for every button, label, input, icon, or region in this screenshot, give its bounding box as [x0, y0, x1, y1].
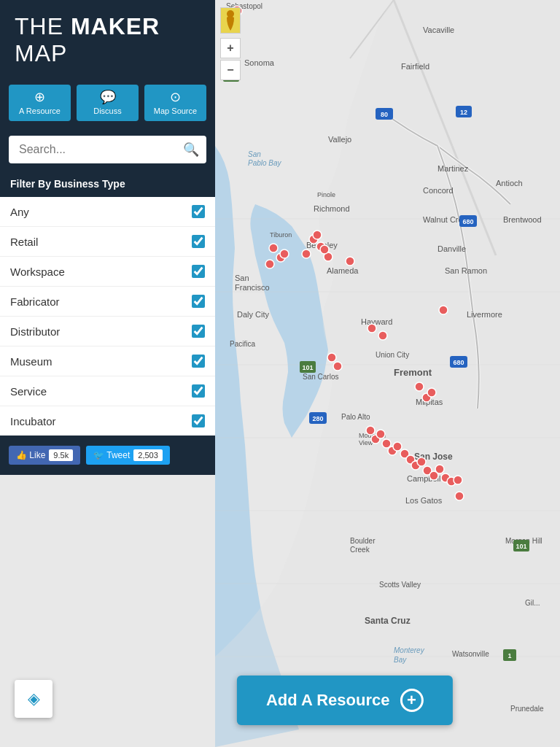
- svg-text:1: 1: [508, 652, 511, 659]
- filter-fabricator-checkbox[interactable]: [192, 295, 205, 308]
- svg-text:Pinole: Pinole: [317, 191, 335, 198]
- filter-workspace-label: Workspace: [10, 266, 65, 278]
- svg-text:Hayward: Hayward: [361, 317, 392, 326]
- filter-distributor-checkbox[interactable]: [192, 325, 205, 338]
- svg-text:Brentwood: Brentwood: [503, 215, 542, 224]
- add-resource-label: A Resource: [19, 107, 61, 115]
- svg-point-99: [393, 442, 402, 451]
- svg-text:San: San: [235, 274, 249, 282]
- svg-text:Danville: Danville: [438, 244, 466, 253]
- zoom-in-button[interactable]: +: [220, 38, 241, 58]
- filter-any-label: Any: [10, 206, 29, 218]
- filter-workspace[interactable]: Workspace: [0, 257, 215, 287]
- svg-text:Concord: Concord: [423, 186, 454, 195]
- svg-text:680: 680: [462, 218, 473, 225]
- filter-museum-label: Museum: [10, 355, 52, 368]
- logo-prefix: THE: [15, 13, 71, 39]
- svg-point-106: [435, 465, 444, 473]
- filter-distributor-label: Distributor: [10, 325, 60, 338]
- zoom-out-button[interactable]: −: [220, 60, 241, 80]
- add-resource-main-button[interactable]: Add A Resource +: [237, 676, 453, 725]
- filter-header: Filter By Business Type: [0, 171, 215, 197]
- svg-point-109: [454, 476, 462, 484]
- svg-point-82: [320, 245, 329, 254]
- svg-text:Antioch: Antioch: [496, 179, 523, 187]
- svg-text:Santa Cruz: Santa Cruz: [365, 616, 411, 626]
- svg-text:Fremont: Fremont: [394, 367, 432, 378]
- search-button[interactable]: 🔍: [183, 142, 199, 158]
- add-resource-button[interactable]: ⊕ A Resource: [9, 85, 71, 121]
- tweet-button[interactable]: 🐦 Tweet 2,503: [86, 446, 170, 465]
- street-view-icon[interactable]: [220, 7, 241, 34]
- like-button[interactable]: 👍 Like 9.5k: [9, 446, 80, 465]
- svg-text:Sonoma: Sonoma: [244, 58, 275, 67]
- logo-area: THE MAKER MAP: [0, 0, 215, 77]
- logo-bold: MAKER: [71, 13, 160, 39]
- svg-text:San: San: [248, 150, 261, 158]
- filter-any-checkbox[interactable]: [192, 205, 205, 218]
- svg-point-94: [366, 426, 375, 435]
- search-input[interactable]: [9, 136, 206, 163]
- add-resource-main-label: Add A Resource: [266, 691, 390, 710]
- svg-text:Pacifica: Pacifica: [230, 340, 255, 348]
- filter-fabricator-label: Fabricator: [10, 295, 60, 308]
- svg-text:Prunedale: Prunedale: [510, 705, 544, 713]
- svg-text:Alameda: Alameda: [327, 266, 359, 275]
- search-wrapper: 🔍: [9, 136, 206, 163]
- svg-text:Monterey: Monterey: [394, 646, 425, 654]
- svg-text:Martinez: Martinez: [438, 164, 469, 173]
- svg-text:Daly City: Daly City: [237, 310, 270, 319]
- svg-point-86: [368, 324, 376, 333]
- svg-text:San Carlos: San Carlos: [303, 373, 338, 381]
- svg-point-96: [376, 430, 385, 438]
- filter-service-checkbox[interactable]: [192, 384, 205, 398]
- search-icon: 🔍: [183, 142, 199, 157]
- filter-fabricator[interactable]: Fabricator: [0, 287, 215, 317]
- sidebar: THE MAKER MAP ⊕ A Resource 💬 Discuss ⊙ M…: [0, 0, 215, 475]
- svg-text:Union City: Union City: [376, 351, 409, 359]
- discuss-icon: 💬: [100, 90, 116, 104]
- svg-text:12: 12: [460, 109, 467, 116]
- filter-section: Filter By Business Type Any Retail Works…: [0, 171, 215, 436]
- add-resource-plus-icon: +: [400, 689, 423, 712]
- map-source-label: Map Source: [154, 107, 197, 115]
- svg-text:Vacaville: Vacaville: [423, 26, 454, 34]
- filter-retail[interactable]: Retail: [0, 227, 215, 257]
- svg-text:San Ramon: San Ramon: [445, 266, 487, 275]
- map-source-button[interactable]: ⊙ Map Source: [144, 85, 206, 121]
- svg-text:Los Gatos: Los Gatos: [405, 496, 443, 505]
- filter-retail-checkbox[interactable]: [192, 235, 205, 248]
- filter-any[interactable]: Any: [0, 197, 215, 227]
- filter-service-label: Service: [10, 385, 47, 398]
- app-logo: THE MAKER MAP: [15, 13, 201, 67]
- svg-text:Fairfield: Fairfield: [401, 62, 429, 71]
- add-icon: ⊕: [34, 90, 45, 104]
- svg-text:Gil...: Gil...: [525, 599, 540, 607]
- action-buttons: ⊕ A Resource 💬 Discuss ⊙ Map Source: [0, 77, 215, 128]
- filter-incubator-checkbox[interactable]: [192, 414, 205, 427]
- filter-workspace-checkbox[interactable]: [192, 265, 205, 278]
- svg-point-77: [265, 260, 274, 268]
- svg-text:Pablo Bay: Pablo Bay: [248, 159, 282, 167]
- compass-button[interactable]: ◈: [15, 680, 52, 718]
- discuss-button[interactable]: 💬 Discuss: [77, 85, 139, 121]
- filter-incubator[interactable]: Incubator: [0, 406, 215, 436]
- svg-point-89: [327, 353, 336, 362]
- filter-service[interactable]: Service: [0, 376, 215, 406]
- discuss-label: Discuss: [93, 107, 122, 115]
- svg-point-110: [455, 492, 464, 500]
- svg-text:80: 80: [381, 111, 388, 118]
- search-area: 🔍: [0, 128, 215, 171]
- filter-distributor[interactable]: Distributor: [0, 317, 215, 347]
- filter-museum-checkbox[interactable]: [192, 355, 205, 368]
- svg-text:Scotts Valley: Scotts Valley: [379, 581, 421, 589]
- filter-museum[interactable]: Museum: [0, 347, 215, 376]
- logo-suffix: MAP: [15, 40, 67, 66]
- svg-point-75: [269, 244, 278, 252]
- social-area: 👍 Like 9.5k 🐦 Tweet 2,503: [0, 436, 215, 475]
- svg-point-85: [346, 257, 354, 266]
- svg-text:101: 101: [302, 364, 313, 371]
- svg-text:Livermore: Livermore: [467, 310, 502, 319]
- svg-text:Boulder: Boulder: [350, 537, 376, 545]
- svg-point-91: [415, 382, 424, 391]
